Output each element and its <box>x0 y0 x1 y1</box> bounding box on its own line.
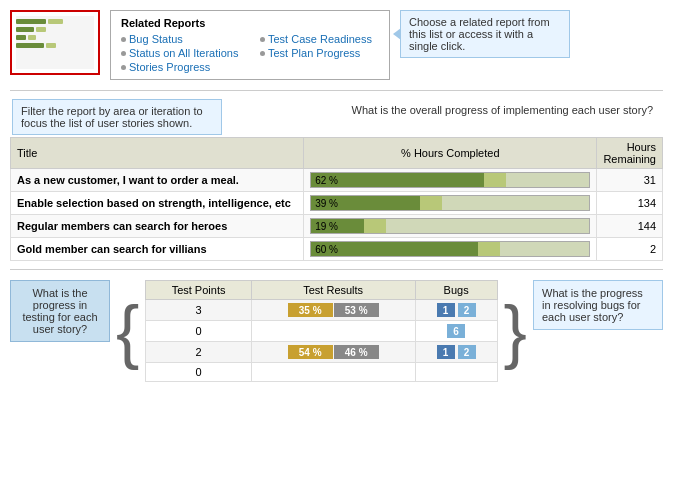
test-points: 0 <box>146 363 251 382</box>
hours-progress: 60 % <box>304 238 597 261</box>
remaining-header: Hours Remaining <box>597 138 663 169</box>
active-bug-bar: 1 <box>437 303 455 317</box>
story-title: Enable selection based on strength, inte… <box>11 192 304 215</box>
related-reports-box: Related Reports Bug Status Test Case Rea… <box>110 10 390 80</box>
bar-percent-label: 39 % <box>311 198 342 209</box>
bottom-table-row: 335 %53 %12 <box>146 300 497 321</box>
story-title: As a new customer, I want to order a mea… <box>11 169 304 192</box>
dot-icon <box>260 51 265 56</box>
report-link-test-case-readiness[interactable]: Test Case Readiness <box>260 33 379 45</box>
hours-remaining: 2 <box>597 238 663 261</box>
bugs-header: Bugs <box>415 281 497 300</box>
bottom-section: What is the progress in testing for each… <box>0 274 673 388</box>
bottom-test-table: Test Points Test Results Bugs 335 %53 %1… <box>145 280 497 382</box>
testing-callout: What is the progress in testing for each… <box>10 280 110 342</box>
bugs-callout: What is the progress in resolving bugs f… <box>533 280 663 330</box>
fail-bar: 53 % <box>334 303 379 317</box>
bottom-table-wrap: Test Points Test Results Bugs 335 %53 %1… <box>145 280 497 382</box>
bugs: 12 <box>415 300 497 321</box>
test-results <box>251 321 415 342</box>
divider <box>10 90 663 91</box>
fail-bar: 46 % <box>334 345 379 359</box>
related-reports-grid: Bug Status Test Case Readiness Status on… <box>121 33 379 73</box>
resolved-bug-bar: 2 <box>458 345 476 359</box>
hours-progress: 62 % <box>304 169 597 192</box>
report-link-stories-progress[interactable]: Stories Progress <box>121 61 240 73</box>
pass-bar: 54 % <box>288 345 333 359</box>
hours-remaining: 31 <box>597 169 663 192</box>
active-bug-bar: 1 <box>437 345 455 359</box>
top-section: Related Reports Bug Status Test Case Rea… <box>0 0 673 86</box>
test-points-header: Test Points <box>146 281 251 300</box>
hours-header: % Hours Completed <box>304 138 597 169</box>
main-table-row: As a new customer, I want to order a mea… <box>11 169 663 192</box>
bar-percent-label: 62 % <box>311 175 342 186</box>
main-table-row: Enable selection based on strength, inte… <box>11 192 663 215</box>
section-labels: Filter the report by area or iteration t… <box>10 99 663 135</box>
related-reports-title: Related Reports <box>121 17 379 29</box>
report-link-test-plan-progress[interactable]: Test Plan Progress <box>260 47 379 59</box>
filter-callout: Filter the report by area or iteration t… <box>12 99 222 135</box>
hours-progress: 19 % <box>304 215 597 238</box>
report-link-status-iterations[interactable]: Status on All Iterations <box>121 47 240 59</box>
test-points: 0 <box>146 321 251 342</box>
bar-percent-label: 19 % <box>311 221 342 232</box>
main-table-row: Gold member can search for villians60 %2 <box>11 238 663 261</box>
test-points: 2 <box>146 342 251 363</box>
bugs: 12 <box>415 342 497 363</box>
choose-report-callout: Choose a related report from this list o… <box>400 10 570 58</box>
dot-icon <box>121 37 126 42</box>
right-brace: } <box>504 296 527 366</box>
dot-icon <box>121 65 126 70</box>
title-header: Title <box>11 138 304 169</box>
report-thumbnail <box>10 10 100 75</box>
test-results <box>251 363 415 382</box>
resolved-bug-bar: 6 <box>447 324 465 338</box>
test-results: 54 %46 % <box>251 342 415 363</box>
divider2 <box>10 269 663 270</box>
dot-icon <box>121 51 126 56</box>
hours-remaining: 134 <box>597 192 663 215</box>
middle-section: Filter the report by area or iteration t… <box>0 95 673 265</box>
main-progress-table: Title % Hours Completed Hours Remaining … <box>10 137 663 261</box>
callout-arrow-icon <box>393 28 401 40</box>
bottom-table-row: 06 <box>146 321 497 342</box>
hours-remaining: 144 <box>597 215 663 238</box>
pass-bar: 35 % <box>288 303 333 317</box>
left-brace: { <box>116 296 139 366</box>
report-link-bug-status[interactable]: Bug Status <box>121 33 240 45</box>
bugs: 6 <box>415 321 497 342</box>
main-table-row: Regular members can search for heroes19 … <box>11 215 663 238</box>
test-points: 3 <box>146 300 251 321</box>
test-results: 35 %53 % <box>251 300 415 321</box>
dot-icon <box>260 37 265 42</box>
story-title: Regular members can search for heroes <box>11 215 304 238</box>
hours-progress: 39 % <box>304 192 597 215</box>
bar-percent-label: 60 % <box>311 244 342 255</box>
progress-callout: What is the overall progress of implemen… <box>344 99 661 135</box>
bottom-table-row: 0 <box>146 363 497 382</box>
resolved-bug-bar: 2 <box>458 303 476 317</box>
bottom-table-row: 254 %46 %12 <box>146 342 497 363</box>
bugs <box>415 363 497 382</box>
story-title: Gold member can search for villians <box>11 238 304 261</box>
test-results-header: Test Results <box>251 281 415 300</box>
